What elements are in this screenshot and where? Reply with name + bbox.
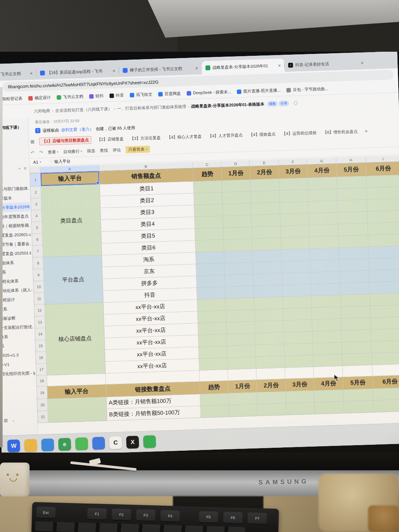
wiki-tree-item[interactable]: 一支装配合打散优... <box>0 322 34 332</box>
cell-G2[interactable] <box>308 177 337 190</box>
sheet-grid-icon[interactable]: ▦ <box>30 139 35 144</box>
wiki-tree-item[interactable]: 体系 <box>0 331 34 342</box>
keyboard-key-F7[interactable]: F7 <box>248 512 267 524</box>
taskbar-x-app-icon[interactable]: X <box>126 436 139 449</box>
cell-D19[interactable]: 1月份 <box>228 380 257 393</box>
cell-F5[interactable] <box>280 214 309 226</box>
wiki-tree-item[interactable]: 体系 <box>0 267 32 277</box>
tab-close-icon[interactable]: × <box>361 60 364 65</box>
cell-H10[interactable] <box>340 271 370 283</box>
cell-H4[interactable] <box>338 200 368 212</box>
cell-C19[interactable]: 趋势 <box>200 381 229 394</box>
wiki-tree-item[interactable]: 模板诊断 <box>0 313 34 323</box>
cell-C14[interactable] <box>198 323 227 335</box>
cell-D7[interactable] <box>224 239 253 251</box>
cell-G6[interactable] <box>309 224 339 237</box>
wiki-tree-item[interactable]: 分享版本 <box>0 193 30 203</box>
wiki-tree-item[interactable]: 5-V1 <box>0 359 35 369</box>
cell-C16[interactable] <box>198 346 228 359</box>
cell-C7[interactable] <box>195 240 224 252</box>
toolbar-item[interactable]: 评论 <box>113 147 121 153</box>
keyboard-key-F6[interactable]: F6 <box>223 512 243 523</box>
keyboard-key-F3[interactable]: F3 <box>136 509 156 521</box>
row-number[interactable]: 3 <box>31 198 42 210</box>
sheet-tab[interactable]: 【4】人才晋升盘点 <box>207 132 244 140</box>
bookmark-item[interactable]: 百度网盘 <box>158 91 181 97</box>
cell-C6[interactable] <box>195 228 224 241</box>
apps-icon[interactable]: ▦ <box>4 418 8 423</box>
row-number[interactable]: 10 <box>34 281 44 293</box>
cell-D16[interactable] <box>227 345 256 358</box>
wiki-tree-item[interactable]: 演与年度预算盘点 <box>0 211 30 222</box>
cell-H8[interactable] <box>339 247 369 260</box>
cell-E7[interactable] <box>252 238 282 250</box>
row-number[interactable]: 11 <box>34 293 45 305</box>
sheet-tab[interactable]: 【4】核心人才复盘 <box>166 133 202 141</box>
cell-C8[interactable] <box>195 252 225 264</box>
cell-F21[interactable] <box>286 402 315 415</box>
toolbar-item[interactable]: 自动换行▾ <box>63 148 82 154</box>
cell-E8[interactable] <box>253 250 282 262</box>
cell-C21[interactable] <box>201 405 230 418</box>
cell-G1[interactable]: 4月份 <box>307 164 337 178</box>
cell-H5[interactable] <box>338 212 368 224</box>
row-number[interactable]: 18 <box>37 375 47 387</box>
row-number[interactable]: 14 <box>35 328 46 340</box>
cell-I5[interactable] <box>368 211 399 224</box>
cell-A1[interactable]: 输入平台 <box>41 171 100 186</box>
cell-F1[interactable]: 3月份 <box>279 165 308 179</box>
row-number[interactable]: 15 <box>35 340 46 352</box>
redo-icon[interactable]: ↷ <box>39 150 43 155</box>
taskbar-explorer-icon[interactable]: e <box>58 438 71 451</box>
sheet-tab[interactable]: 【3】方法论复盘 <box>129 134 161 142</box>
merged-cell-group[interactable] <box>48 397 107 423</box>
cell-D12[interactable] <box>226 298 255 310</box>
toolbar-item[interactable]: 查找 <box>100 147 108 153</box>
cell-C10[interactable] <box>196 275 225 288</box>
cell-D1[interactable]: 1月份 <box>222 167 250 181</box>
cell-E16[interactable] <box>256 344 285 357</box>
keyboard-key-F1[interactable]: F1 <box>87 508 107 519</box>
sheet-tab[interactable]: 【4】绩效盘点 <box>248 130 277 138</box>
row-number[interactable]: 19 <box>37 386 48 399</box>
cell-G3[interactable] <box>308 189 338 201</box>
cell-F7[interactable] <box>281 237 310 250</box>
cell-E17[interactable] <box>256 356 285 369</box>
cell-I20[interactable] <box>373 388 399 400</box>
cell-F8[interactable] <box>282 249 310 262</box>
cell-F20[interactable] <box>286 391 315 403</box>
cell-H14[interactable] <box>341 318 371 331</box>
wiki-tree-item[interactable]: 体系与部门激励体... <box>0 184 30 194</box>
cell-G10[interactable] <box>311 272 340 284</box>
taskbar-chat-icon[interactable] <box>143 435 156 448</box>
cell-D9[interactable] <box>225 262 253 275</box>
taskbar-wps-icon[interactable]: W <box>7 439 20 452</box>
cell-E6[interactable] <box>252 226 281 239</box>
cell-H20[interactable] <box>344 389 374 401</box>
cell-I8[interactable] <box>369 246 399 259</box>
tab-close-icon[interactable]: × <box>30 70 33 76</box>
cell-F16[interactable] <box>284 343 313 356</box>
row-number[interactable]: 20 <box>37 399 48 411</box>
cell-C20[interactable] <box>200 393 229 406</box>
cell-G4[interactable] <box>308 201 338 213</box>
cell-G8[interactable] <box>310 248 340 260</box>
cell-E18[interactable] <box>256 368 286 380</box>
cell-I6[interactable] <box>368 222 399 235</box>
cell-G7[interactable] <box>310 236 339 249</box>
keyboard-key-Esc[interactable]: Esc <box>36 507 56 518</box>
cell-D15[interactable] <box>227 333 256 346</box>
cell-I14[interactable] <box>371 317 399 330</box>
template-author-link[interactable]: @刘文君（老六） <box>61 126 94 133</box>
toolbar-item[interactable]: 查看▾ <box>48 149 58 155</box>
add-page-icon[interactable]: + <box>18 166 21 171</box>
cell-G16[interactable] <box>313 342 342 355</box>
cell-H2[interactable] <box>337 176 367 189</box>
cell-C2[interactable] <box>193 181 222 193</box>
bookmark-item[interactable]: 图片直播-照片直播... <box>237 88 280 95</box>
row-number[interactable]: 2 <box>31 186 41 198</box>
bookmark-item[interactable]: DeepSeek - 探索未... <box>187 89 231 96</box>
cell-H19[interactable]: 5月份 <box>343 376 373 389</box>
cell-E20[interactable] <box>257 392 286 404</box>
cell-C18[interactable] <box>199 370 228 382</box>
